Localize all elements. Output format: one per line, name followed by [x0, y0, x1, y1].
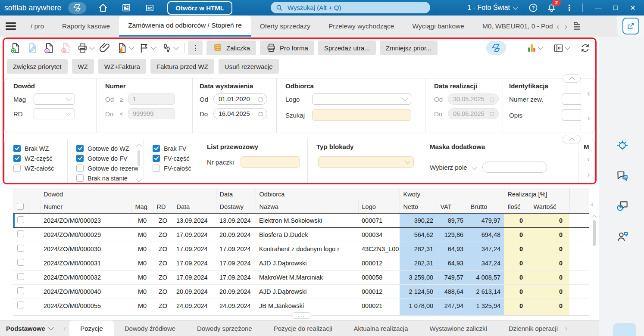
numer-do-input[interactable]: 999999: [128, 108, 175, 119]
help-button[interactable]: ?: [527, 2, 539, 14]
zaliczka-button[interactable]: Zaliczka: [206, 40, 256, 55]
row-checkbox[interactable]: [17, 230, 24, 237]
home-button[interactable]: [97, 1, 109, 14]
col-ilosc[interactable]: Ilość: [504, 201, 530, 213]
suggestions-button[interactable]: [616, 139, 629, 153]
notifications-button[interactable]: 2: [545, 2, 557, 14]
chat-button[interactable]: [616, 169, 629, 183]
wz-faktura-button[interactable]: WZ+Faktura: [98, 59, 146, 74]
checkbox-scrollbar[interactable]: [136, 143, 141, 181]
consultant-button[interactable]: [616, 230, 629, 243]
zmniejsz-priorytet-button[interactable]: Zmniejsz prior...: [380, 40, 438, 55]
table-row[interactable]: 2024/ZO/M0/000040M0 ZO20.09.2024 20.09.2…: [13, 284, 589, 299]
search-input[interactable]: [287, 3, 425, 12]
view-selector[interactable]: Podstawowe: [0, 320, 60, 336]
more-menu-button[interactable]: ⋮: [563, 2, 575, 14]
checkbox-gotowe-fv[interactable]: [76, 155, 84, 162]
checkbox-brak-wz[interactable]: [13, 145, 21, 152]
print-button[interactable]: [74, 40, 97, 56]
refresh-button[interactable]: [577, 40, 593, 56]
bottomtab-scroll-right[interactable]: ›: [561, 320, 571, 336]
new-document-button[interactable]: [7, 40, 24, 56]
sprzedaz-utracona-button[interactable]: Sprzedaż utra...: [318, 40, 376, 55]
faktura-przed-wz-button[interactable]: Faktura przed WZ: [150, 59, 214, 74]
nr-paczki-input[interactable]: [241, 156, 300, 168]
flag-button[interactable]: [136, 40, 158, 56]
scrollbar-thumb[interactable]: [138, 150, 140, 166]
numer-zew-input[interactable]: [562, 93, 581, 105]
preview-toggle-button[interactable]: [486, 41, 506, 55]
rd-dropdown[interactable]: [34, 108, 75, 119]
more-actions-button[interactable]: ⋮: [188, 40, 203, 55]
help-chat-button[interactable]: ?: [616, 199, 629, 213]
row-checkbox[interactable]: [17, 273, 24, 280]
tab-wbeur[interactable]: M0, WBEUR01, 0 - Pod: [473, 16, 556, 37]
data-realizacji-od-input[interactable]: 30.05.2025: [448, 93, 499, 105]
tab-scroll-right[interactable]: ›: [565, 21, 568, 31]
filter-scroll-right[interactable]: ›: [587, 113, 590, 123]
typ-blokady-dropdown[interactable]: [318, 156, 414, 168]
odbiorca-szukaj-input[interactable]: [312, 109, 411, 121]
mag-dropdown[interactable]: [34, 93, 75, 105]
table-row[interactable]: 2024/ZO/M0/000032M0 ZO17.09.2024 17.09.2…: [13, 270, 589, 284]
filter2-scroll-right[interactable]: ›: [587, 170, 595, 179]
open-in-html-button[interactable]: Otwórz w HTML: [167, 1, 232, 15]
bottomtab-dziennik-operacji[interactable]: Dziennik operacji: [498, 320, 561, 336]
select-all-checkbox[interactable]: [17, 203, 24, 210]
data-realizacji-do-input[interactable]: 06.06.2025: [448, 108, 499, 119]
trace-steps-button[interactable]: [158, 40, 181, 56]
row-checkbox[interactable]: [17, 245, 24, 252]
collapse-filters-2-button[interactable]: [563, 135, 581, 143]
sidebar-chip[interactable]: [613, 323, 636, 336]
checkbox-gotowe-rezerw[interactable]: [76, 165, 84, 172]
filter-scroll-left[interactable]: ‹: [587, 88, 590, 98]
table-row[interactable]: 2024/ZO/M0/000029M0 ZO17.09.2024 20.09.2…: [13, 227, 589, 242]
bc-module-button[interactable]: BC: [143, 1, 156, 14]
scroll-up-icon[interactable]: [591, 215, 597, 221]
quick-actions-button[interactable]: [113, 40, 136, 56]
table-row[interactable]: 2024/ZO/M0/000031M0 ZO17.09.2024 17.09.2…: [13, 256, 589, 270]
table-row[interactable]: 2024/ZO/M0/000030M0 ZO17.09.2024 17.09.2…: [13, 242, 589, 256]
chart-view-button[interactable]: [524, 40, 545, 56]
zwieksz-priorytet-button[interactable]: Zwiększ priorytet: [7, 59, 68, 74]
workspace-switcher-button[interactable]: [68, 2, 86, 14]
document-info-button[interactable]: [41, 40, 57, 56]
table-scrollbar[interactable]: ‹: [589, 192, 599, 317]
bottomtab-pozycje[interactable]: Pozycje: [69, 320, 114, 336]
col-netto[interactable]: Netto: [400, 201, 437, 213]
checkbox-fv-calosc[interactable]: [153, 165, 160, 172]
col-numer[interactable]: Numer: [40, 201, 131, 213]
bottomtab-dowody-sprzezone[interactable]: Dowody sprzężone: [186, 320, 263, 336]
main-menu-button[interactable]: [0, 16, 22, 37]
numer-od-input[interactable]: 1: [128, 93, 175, 105]
col-vat[interactable]: VAT: [437, 201, 467, 213]
col-dostawy[interactable]: Dostawy: [216, 201, 256, 213]
filter2-scroll-left[interactable]: ‹: [587, 154, 595, 164]
collapse-filters-1-button[interactable]: [563, 74, 581, 83]
global-search[interactable]: [271, 2, 430, 13]
collapse-panel-button[interactable]: [550, 40, 572, 56]
col-rd[interactable]: RD: [153, 201, 173, 213]
news-button[interactable]: [120, 1, 133, 14]
row-checkbox[interactable]: [17, 287, 24, 294]
wybierz-pole-dropdown[interactable]: Wybierz pole: [430, 164, 467, 171]
tab-list-button[interactable]: [569, 16, 585, 37]
row-checkbox[interactable]: [17, 302, 24, 308]
table-row[interactable]: 2024/ZO/M0/000055M0 ZO24.09.2024 24.09.2…: [13, 299, 589, 313]
tab-wyciagi[interactable]: Wyciągi bankowe: [403, 16, 473, 37]
attachments-button[interactable]: [97, 40, 113, 56]
tab-pro[interactable]: / pro: [22, 16, 53, 37]
bottomtab-dowody-zrodlowe[interactable]: Dowody źródłowe: [114, 320, 186, 336]
col-wartosc[interactable]: Wartość: [530, 201, 569, 213]
usun-rezerwacje-button[interactable]: Usuń rezerwację: [219, 59, 279, 74]
share-button[interactable]: [622, 18, 639, 34]
scrollbar-thumb[interactable]: [593, 220, 596, 246]
bottomtab-aktualna-realizacja[interactable]: Aktualna realizacja: [343, 320, 419, 336]
checkbox-brak-fv[interactable]: [153, 145, 160, 152]
company-selector[interactable]: 1 - Foto Świat: [467, 4, 518, 12]
col-logo[interactable]: Logo: [358, 201, 400, 213]
col-nazwa[interactable]: Nazwa: [256, 201, 358, 213]
minimize-button[interactable]: —: [591, 1, 605, 14]
opis-input[interactable]: [562, 109, 581, 121]
row-checkbox[interactable]: [17, 259, 24, 266]
